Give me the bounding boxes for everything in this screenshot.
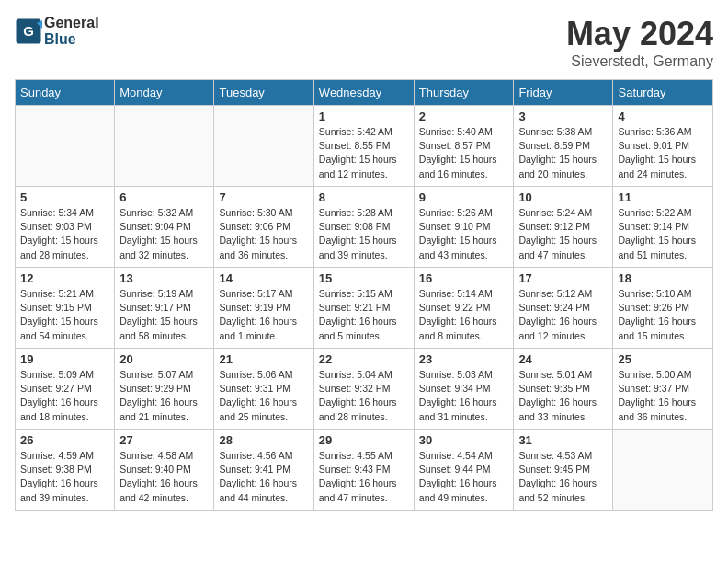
week-row-1: 1Sunrise: 5:42 AMSunset: 8:55 PMDaylight… <box>16 106 713 187</box>
day-info: Sunrise: 5:26 AMSunset: 9:10 PMDaylight:… <box>419 206 509 262</box>
calendar-cell <box>16 106 115 187</box>
day-info: Sunrise: 5:28 AMSunset: 9:08 PMDaylight:… <box>319 206 409 262</box>
calendar-cell: 18Sunrise: 5:10 AMSunset: 9:26 PMDayligh… <box>613 268 713 349</box>
day-number: 24 <box>518 352 608 366</box>
day-info: Sunrise: 5:40 AMSunset: 8:57 PMDaylight:… <box>419 125 509 181</box>
day-number: 17 <box>518 271 608 285</box>
calendar-table: SundayMondayTuesdayWednesdayThursdayFrid… <box>15 79 713 511</box>
day-info: Sunrise: 5:01 AMSunset: 9:35 PMDaylight:… <box>518 368 608 424</box>
day-info: Sunrise: 5:06 AMSunset: 9:31 PMDaylight:… <box>219 368 308 424</box>
logo: G General Blue <box>15 15 99 48</box>
logo-blue: Blue <box>44 31 76 47</box>
day-info: Sunrise: 5:42 AMSunset: 8:55 PMDaylight:… <box>319 125 409 181</box>
day-info: Sunrise: 5:17 AMSunset: 9:19 PMDaylight:… <box>219 287 308 343</box>
week-row-3: 12Sunrise: 5:21 AMSunset: 9:15 PMDayligh… <box>16 268 713 349</box>
calendar-cell: 5Sunrise: 5:34 AMSunset: 9:03 PMDaylight… <box>16 187 115 268</box>
day-info: Sunrise: 5:36 AMSunset: 9:01 PMDaylight:… <box>618 125 708 181</box>
calendar-cell: 20Sunrise: 5:07 AMSunset: 9:29 PMDayligh… <box>115 349 214 430</box>
weekday-header-monday: Monday <box>115 80 214 106</box>
day-number: 20 <box>119 352 209 366</box>
day-number: 31 <box>518 433 608 447</box>
day-number: 2 <box>419 109 509 123</box>
calendar-cell: 26Sunrise: 4:59 AMSunset: 9:38 PMDayligh… <box>16 430 115 511</box>
day-number: 9 <box>419 190 509 204</box>
week-row-4: 19Sunrise: 5:09 AMSunset: 9:27 PMDayligh… <box>16 349 713 430</box>
day-info: Sunrise: 4:54 AMSunset: 9:44 PMDaylight:… <box>419 449 509 505</box>
weekday-header-row: SundayMondayTuesdayWednesdayThursdayFrid… <box>16 80 713 106</box>
day-info: Sunrise: 4:59 AMSunset: 9:38 PMDaylight:… <box>20 449 109 505</box>
weekday-header-tuesday: Tuesday <box>214 80 313 106</box>
calendar-cell: 11Sunrise: 5:22 AMSunset: 9:14 PMDayligh… <box>613 187 713 268</box>
calendar-cell: 21Sunrise: 5:06 AMSunset: 9:31 PMDayligh… <box>214 349 313 430</box>
page-header: G General Blue May 2024 Sieverstedt, Ger… <box>15 15 713 70</box>
day-number: 7 <box>219 190 308 204</box>
calendar-cell <box>613 430 713 511</box>
day-number: 10 <box>518 190 608 204</box>
calendar-cell: 23Sunrise: 5:03 AMSunset: 9:34 PMDayligh… <box>414 349 514 430</box>
logo-general: General <box>44 15 99 30</box>
calendar-cell: 31Sunrise: 4:53 AMSunset: 9:45 PMDayligh… <box>514 430 613 511</box>
day-info: Sunrise: 5:15 AMSunset: 9:21 PMDaylight:… <box>319 287 409 343</box>
day-info: Sunrise: 5:24 AMSunset: 9:12 PMDaylight:… <box>518 206 608 262</box>
day-number: 1 <box>319 109 409 123</box>
day-info: Sunrise: 4:55 AMSunset: 9:43 PMDaylight:… <box>319 449 409 505</box>
logo-icon: G <box>15 17 42 45</box>
day-info: Sunrise: 5:22 AMSunset: 9:14 PMDaylight:… <box>618 206 708 262</box>
day-info: Sunrise: 5:32 AMSunset: 9:04 PMDaylight:… <box>119 206 209 262</box>
weekday-header-friday: Friday <box>514 80 613 106</box>
day-number: 12 <box>20 271 109 285</box>
calendar-cell: 3Sunrise: 5:38 AMSunset: 8:59 PMDaylight… <box>514 106 613 187</box>
day-number: 26 <box>20 433 109 447</box>
svg-text:G: G <box>23 23 34 39</box>
day-info: Sunrise: 5:09 AMSunset: 9:27 PMDaylight:… <box>20 368 109 424</box>
day-number: 21 <box>219 352 308 366</box>
day-number: 8 <box>319 190 409 204</box>
calendar-cell: 9Sunrise: 5:26 AMSunset: 9:10 PMDaylight… <box>414 187 514 268</box>
title-block: May 2024 Sieverstedt, Germany <box>566 15 713 70</box>
day-info: Sunrise: 5:30 AMSunset: 9:06 PMDaylight:… <box>219 206 308 262</box>
day-info: Sunrise: 5:14 AMSunset: 9:22 PMDaylight:… <box>419 287 509 343</box>
calendar-cell: 6Sunrise: 5:32 AMSunset: 9:04 PMDaylight… <box>115 187 214 268</box>
day-info: Sunrise: 5:07 AMSunset: 9:29 PMDaylight:… <box>119 368 209 424</box>
day-info: Sunrise: 5:10 AMSunset: 9:26 PMDaylight:… <box>618 287 708 343</box>
day-number: 13 <box>119 271 209 285</box>
day-number: 5 <box>20 190 109 204</box>
calendar-cell: 7Sunrise: 5:30 AMSunset: 9:06 PMDaylight… <box>214 187 313 268</box>
calendar-cell: 24Sunrise: 5:01 AMSunset: 9:35 PMDayligh… <box>514 349 613 430</box>
day-number: 23 <box>419 352 509 366</box>
calendar-cell <box>214 106 313 187</box>
calendar-cell: 27Sunrise: 4:58 AMSunset: 9:40 PMDayligh… <box>115 430 214 511</box>
calendar-cell: 1Sunrise: 5:42 AMSunset: 8:55 PMDaylight… <box>313 106 414 187</box>
calendar-cell: 15Sunrise: 5:15 AMSunset: 9:21 PMDayligh… <box>313 268 414 349</box>
day-number: 11 <box>618 190 708 204</box>
calendar-cell: 8Sunrise: 5:28 AMSunset: 9:08 PMDaylight… <box>313 187 414 268</box>
calendar-cell <box>115 106 214 187</box>
day-info: Sunrise: 5:03 AMSunset: 9:34 PMDaylight:… <box>419 368 509 424</box>
day-number: 15 <box>319 271 409 285</box>
day-number: 27 <box>119 433 209 447</box>
day-number: 22 <box>319 352 409 366</box>
day-number: 19 <box>20 352 109 366</box>
calendar-cell: 22Sunrise: 5:04 AMSunset: 9:32 PMDayligh… <box>313 349 414 430</box>
calendar-cell: 29Sunrise: 4:55 AMSunset: 9:43 PMDayligh… <box>313 430 414 511</box>
day-info: Sunrise: 5:21 AMSunset: 9:15 PMDaylight:… <box>20 287 109 343</box>
day-info: Sunrise: 5:34 AMSunset: 9:03 PMDaylight:… <box>20 206 109 262</box>
calendar-cell: 30Sunrise: 4:54 AMSunset: 9:44 PMDayligh… <box>414 430 514 511</box>
week-row-2: 5Sunrise: 5:34 AMSunset: 9:03 PMDaylight… <box>16 187 713 268</box>
day-info: Sunrise: 4:58 AMSunset: 9:40 PMDaylight:… <box>119 449 209 505</box>
day-info: Sunrise: 5:38 AMSunset: 8:59 PMDaylight:… <box>518 125 608 181</box>
weekday-header-thursday: Thursday <box>414 80 514 106</box>
day-number: 4 <box>618 109 708 123</box>
calendar-cell: 2Sunrise: 5:40 AMSunset: 8:57 PMDaylight… <box>414 106 514 187</box>
day-number: 30 <box>419 433 509 447</box>
weekday-header-saturday: Saturday <box>613 80 713 106</box>
calendar-cell: 16Sunrise: 5:14 AMSunset: 9:22 PMDayligh… <box>414 268 514 349</box>
location-title: Sieverstedt, Germany <box>566 53 713 70</box>
day-number: 25 <box>618 352 708 366</box>
calendar-cell: 12Sunrise: 5:21 AMSunset: 9:15 PMDayligh… <box>16 268 115 349</box>
weekday-header-sunday: Sunday <box>16 80 115 106</box>
calendar-cell: 28Sunrise: 4:56 AMSunset: 9:41 PMDayligh… <box>214 430 313 511</box>
day-info: Sunrise: 5:19 AMSunset: 9:17 PMDaylight:… <box>119 287 209 343</box>
calendar-cell: 13Sunrise: 5:19 AMSunset: 9:17 PMDayligh… <box>115 268 214 349</box>
day-info: Sunrise: 4:56 AMSunset: 9:41 PMDaylight:… <box>219 449 308 505</box>
